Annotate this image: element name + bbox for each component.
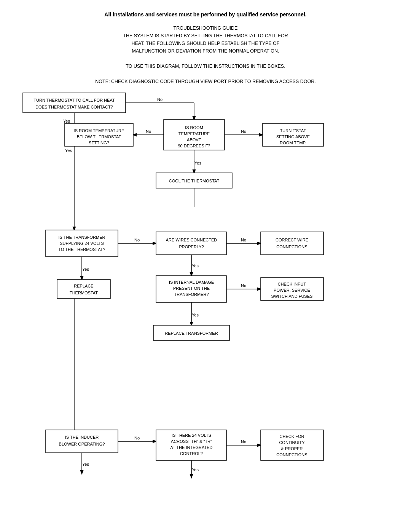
svg-text:SWITCH AND FUSES: SWITCH AND FUSES <box>271 294 313 299</box>
svg-text:CHECK FOR: CHECK FOR <box>280 434 304 439</box>
svg-text:90 DEGREES F?: 90 DEGREES F? <box>178 144 210 148</box>
svg-text:CONNECTIONS: CONNECTIONS <box>276 244 307 249</box>
svg-text:ACROSS "TH" & "TR": ACROSS "TH" & "TR" <box>171 439 212 444</box>
svg-text:SETTING?: SETTING? <box>89 141 109 145</box>
svg-text:Yes: Yes <box>192 467 199 472</box>
svg-text:Yes: Yes <box>65 148 72 153</box>
svg-text:PRESENT ON THE: PRESENT ON THE <box>173 286 210 291</box>
svg-text:COOL THE THERMOSTAT: COOL THE THERMOSTAT <box>169 179 220 183</box>
intro-block: TROUBLESHOOTING GUIDE THE SYSTEM IS STAR… <box>15 24 396 85</box>
svg-text:ABOVE: ABOVE <box>187 137 201 142</box>
svg-text:SUPPLYING 24 VOLTS: SUPPLYING 24 VOLTS <box>60 241 104 246</box>
svg-rect-40 <box>156 232 226 255</box>
svg-text:IS THE TRANSFORMER: IS THE TRANSFORMER <box>58 235 105 240</box>
svg-text:IS THE INDUCER: IS THE INDUCER <box>65 435 99 439</box>
svg-text:SETTING ABOVE: SETTING ABOVE <box>276 134 310 139</box>
svg-text:IS ROOM TEMPERATURE: IS ROOM TEMPERATURE <box>74 128 124 133</box>
svg-text:REPLACE: REPLACE <box>74 284 93 288</box>
svg-text:DOES THERMOSTAT MAKE CONTACT?: DOES THERMOSTAT MAKE CONTACT? <box>35 105 113 109</box>
svg-text:BELOW THERMOSTAT: BELOW THERMOSTAT <box>77 134 121 139</box>
svg-text:POWER, SERVICE: POWER, SERVICE <box>274 288 310 292</box>
svg-text:ARE WIRES CONNECTED: ARE WIRES CONNECTED <box>166 238 217 242</box>
svg-text:PROPERLY?: PROPERLY? <box>179 244 204 249</box>
svg-rect-50 <box>57 280 110 299</box>
svg-text:Yes: Yes <box>82 267 89 272</box>
svg-text:REPLACE TRANSFORMER: REPLACE TRANSFORMER <box>165 331 218 335</box>
svg-text:BLOWER OPERATING?: BLOWER OPERATING? <box>59 442 105 446</box>
svg-text:CHECK INPUT: CHECK INPUT <box>278 282 306 286</box>
svg-text:TURN T'STAT: TURN T'STAT <box>280 128 306 133</box>
svg-text:No: No <box>241 129 246 134</box>
svg-text:THERMOSTAT: THERMOSTAT <box>70 291 98 295</box>
svg-text:Yes: Yes <box>63 119 70 123</box>
svg-text:CORRECT WIRE: CORRECT WIRE <box>276 238 308 242</box>
svg-text:No: No <box>157 97 162 102</box>
svg-text:No: No <box>134 436 140 440</box>
page-title: All installations and services must be p… <box>15 11 396 18</box>
svg-text:AT THE INTEGRATED: AT THE INTEGRATED <box>170 445 212 450</box>
svg-text:CONNECTIONS: CONNECTIONS <box>276 452 307 457</box>
svg-text:IS INTERNAL DAMAGE: IS INTERNAL DAMAGE <box>169 280 214 284</box>
svg-text:TEMPERATURE: TEMPERATURE <box>178 131 210 136</box>
svg-text:Yes: Yes <box>192 313 199 317</box>
svg-text:Yes: Yes <box>194 161 201 165</box>
svg-text:ROOM TEMP.: ROOM TEMP. <box>280 141 306 145</box>
svg-text:& PROPER: & PROPER <box>281 446 303 451</box>
svg-rect-0 <box>23 93 126 113</box>
svg-text:CONTINUITY: CONTINUITY <box>279 440 305 445</box>
svg-text:IS THERE 24 VOLTS: IS THERE 24 VOLTS <box>172 433 211 438</box>
svg-text:TO THE THERMOSTAT?: TO THE THERMOSTAT? <box>58 247 105 252</box>
diagram-area: TURN THERMOSTAT TO CALL FOR HEAT DOES TH… <box>15 89 396 528</box>
svg-text:No: No <box>134 238 140 242</box>
svg-text:No: No <box>146 129 151 134</box>
svg-text:No: No <box>241 283 246 288</box>
svg-text:No: No <box>241 439 246 444</box>
svg-text:Yes: Yes <box>192 264 199 268</box>
svg-text:Yes: Yes <box>82 462 89 466</box>
svg-text:CONTROL?: CONTROL? <box>180 451 203 456</box>
svg-text:TRANSFORMER?: TRANSFORMER? <box>174 292 209 297</box>
svg-rect-45 <box>261 232 323 255</box>
svg-text:IS ROOM: IS ROOM <box>185 125 203 130</box>
svg-text:TURN THERMOSTAT TO CALL FOR HE: TURN THERMOSTAT TO CALL FOR HEAT <box>33 98 115 102</box>
svg-text:No: No <box>241 238 246 242</box>
